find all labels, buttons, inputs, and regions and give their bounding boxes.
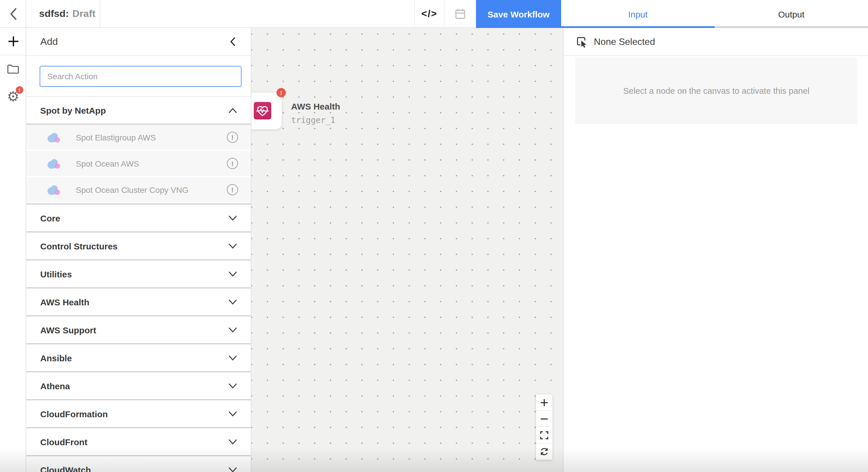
accordion-section-athena[interactable]: Athena <box>26 372 251 399</box>
add-panel-title: Add <box>40 36 225 47</box>
files-rail-button[interactable] <box>0 55 26 83</box>
workflow-name: sdfsd: <box>39 8 69 20</box>
spot-cloud-icon <box>46 131 62 143</box>
spot-cloud-icon <box>46 158 62 169</box>
accordion-section-core[interactable]: Core <box>26 205 251 231</box>
workflow-editor-app: sdfsd: Draft </> Save Workflow Input Out… <box>0 0 868 472</box>
tab-output[interactable]: Output <box>715 0 868 28</box>
info-icon[interactable]: ! <box>227 184 238 195</box>
zoom-in-button[interactable] <box>536 395 552 411</box>
accordion-section-cloudfront[interactable]: CloudFront <box>26 428 251 455</box>
accordion-section-utilities[interactable]: Utilities <box>26 261 251 287</box>
accordion-section-spot-by-netapp[interactable]: Spot by NetApp <box>26 97 251 124</box>
chevron-down-icon <box>229 411 237 416</box>
inspector-header-label: None Selected <box>594 36 655 47</box>
settings-alert-badge: ! <box>16 86 23 94</box>
workflow-status: Draft <box>72 8 95 20</box>
action-item-spot-ocean-cluster-copy-vng[interactable]: Spot Ocean Cluster Copy VNG ! <box>26 177 251 203</box>
heart-pulse-icon <box>254 102 271 120</box>
inspector-panel: None Selected Select a node on the canva… <box>563 28 868 472</box>
chevron-down-icon <box>229 355 237 361</box>
chevron-down-icon <box>229 215 237 221</box>
action-item-spot-ocean-aws[interactable]: Spot Ocean AWS ! <box>26 151 251 177</box>
accordion-section-cloudwatch[interactable]: CloudWatch <box>26 456 251 472</box>
code-icon: </> <box>421 8 437 20</box>
accordion-section-control-structures[interactable]: Control Structures <box>26 233 251 259</box>
node-subtitle: trigger_1 <box>291 115 335 125</box>
accordion-section-cloudformation[interactable]: CloudFormation <box>26 400 251 427</box>
code-view-button[interactable]: </> <box>414 0 444 28</box>
accordion-items: Spot Elastigroup AWS ! Spot Ocean AWS ! <box>26 125 251 203</box>
back-button[interactable] <box>0 0 26 28</box>
chevron-down-icon <box>229 243 237 248</box>
accordion-section-aws-support[interactable]: AWS Support <box>26 316 251 343</box>
chevron-down-icon <box>229 383 237 389</box>
chevron-down-icon <box>229 467 237 472</box>
accordion-section-aws-health[interactable]: AWS Health <box>26 289 251 315</box>
node-error-badge: ! <box>277 88 286 97</box>
zoom-out-button[interactable] <box>536 411 552 427</box>
info-icon[interactable]: ! <box>227 158 238 169</box>
save-workflow-button[interactable]: Save Workflow <box>476 0 561 28</box>
reset-icon <box>539 447 549 456</box>
reset-view-button[interactable] <box>536 443 552 460</box>
fit-view-icon <box>540 431 548 439</box>
search-action-input[interactable] <box>40 66 242 87</box>
add-node-rail-button[interactable] <box>0 28 26 55</box>
chevron-down-icon <box>229 271 237 276</box>
calendar-icon <box>454 8 467 21</box>
top-bar: sdfsd: Draft </> Save Workflow Input Out… <box>0 0 868 28</box>
schedule-button[interactable] <box>444 0 476 28</box>
chevron-down-icon <box>229 327 237 332</box>
chevron-down-icon <box>229 439 237 444</box>
tab-input[interactable]: Input <box>561 0 715 28</box>
info-icon[interactable]: ! <box>227 132 238 143</box>
plus-icon <box>7 35 20 48</box>
node-title: AWS Health <box>291 101 340 111</box>
minus-icon <box>540 415 548 423</box>
folder-icon <box>7 64 19 74</box>
cursor-select-icon <box>575 35 588 48</box>
canvas-zoom-controls <box>536 395 552 460</box>
chevron-up-icon <box>229 107 237 113</box>
settings-rail-button[interactable]: ⚙ ! <box>0 83 26 110</box>
collapse-panel-button[interactable] <box>225 35 239 49</box>
action-item-spot-elastigroup-aws[interactable]: Spot Elastigroup AWS ! <box>26 125 251 151</box>
plus-icon <box>540 398 548 406</box>
add-action-panel: Add Spot by NetApp <box>26 28 251 472</box>
workflow-canvas[interactable]: ! AWS Health trigger_1 <box>251 28 563 472</box>
search-row <box>26 56 251 97</box>
fit-view-button[interactable] <box>536 427 552 443</box>
panel-tabs: Input Output <box>561 0 868 28</box>
inspector-empty-message: Select a node on the canvas to activate … <box>623 86 809 96</box>
spot-cloud-icon <box>46 184 62 196</box>
add-panel-header: Add <box>26 28 251 56</box>
chevron-down-icon <box>229 299 237 304</box>
back-chevron-icon <box>9 8 17 21</box>
chevron-left-icon <box>229 37 235 46</box>
left-icon-rail: ⚙ ! <box>0 28 26 472</box>
accordion-section-ansible[interactable]: Ansible <box>26 344 251 371</box>
inspector-empty-state: Select a node on the canvas to activate … <box>575 58 858 124</box>
inspector-header: None Selected <box>563 28 868 56</box>
workflow-title: sdfsd: Draft <box>26 0 100 28</box>
